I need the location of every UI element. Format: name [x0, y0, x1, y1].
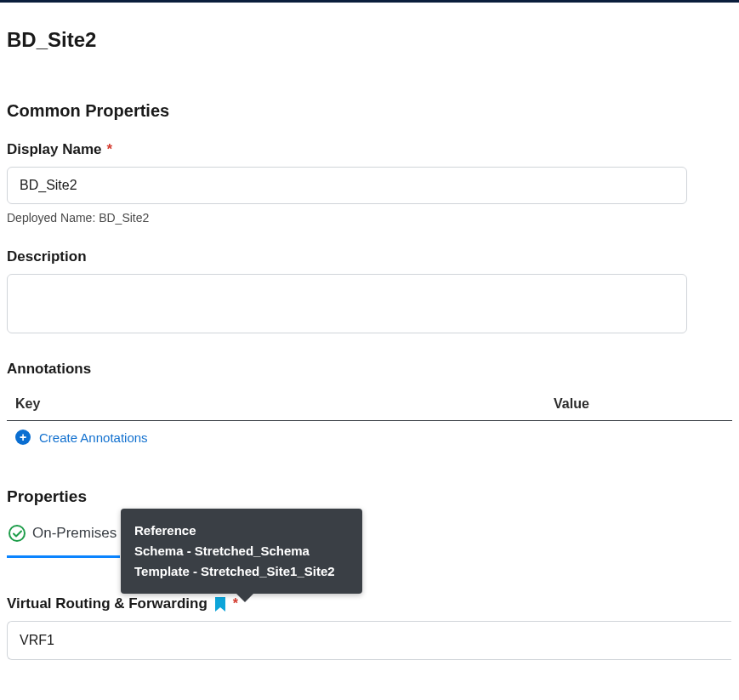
tooltip-template-line: Template - Stretched_Site1_Site2	[134, 561, 349, 582]
annotations-col-value: Value	[554, 396, 724, 412]
create-annotations-label: Create Annotations	[39, 430, 148, 445]
tab-on-premises-label: On-Premises	[32, 525, 117, 542]
properties-tab-row: On-Premises	[0, 525, 739, 558]
bookmark-icon	[214, 597, 226, 612]
tooltip-schema-line: Schema - Stretched_Schema	[134, 541, 349, 561]
properties-heading: Properties	[0, 445, 739, 525]
display-name-label: Display Name *	[7, 141, 732, 158]
check-circle-icon	[9, 525, 26, 542]
annotations-table: Key Value + Create Annotations	[0, 390, 739, 445]
required-star-icon: *	[107, 141, 113, 158]
vrf-label: Virtual Routing & Forwarding	[7, 595, 207, 612]
description-label: Description	[7, 248, 732, 265]
annotations-label: Annotations	[7, 361, 732, 378]
annotations-label-text: Annotations	[7, 361, 91, 378]
annotations-header-row: Key Value	[7, 390, 732, 421]
display-name-label-text: Display Name	[7, 141, 102, 158]
vrf-select-value: VRF1	[20, 633, 54, 648]
description-input[interactable]	[7, 274, 687, 333]
page-title: BD_Site2	[0, 3, 739, 52]
reference-tooltip: Reference Schema - Stretched_Schema Temp…	[121, 509, 362, 594]
common-properties-heading: Common Properties	[0, 52, 739, 141]
create-annotations-button[interactable]: + Create Annotations	[7, 421, 155, 445]
annotations-col-key: Key	[15, 396, 554, 412]
description-label-text: Description	[7, 248, 87, 265]
display-name-input[interactable]	[7, 167, 687, 204]
deployed-name-text: Deployed Name: BD_Site2	[7, 211, 732, 225]
tooltip-title: Reference	[134, 521, 349, 541]
vrf-select[interactable]: VRF1	[7, 621, 731, 660]
tab-on-premises[interactable]: On-Premises	[7, 525, 120, 558]
plus-circle-icon: +	[15, 430, 31, 445]
